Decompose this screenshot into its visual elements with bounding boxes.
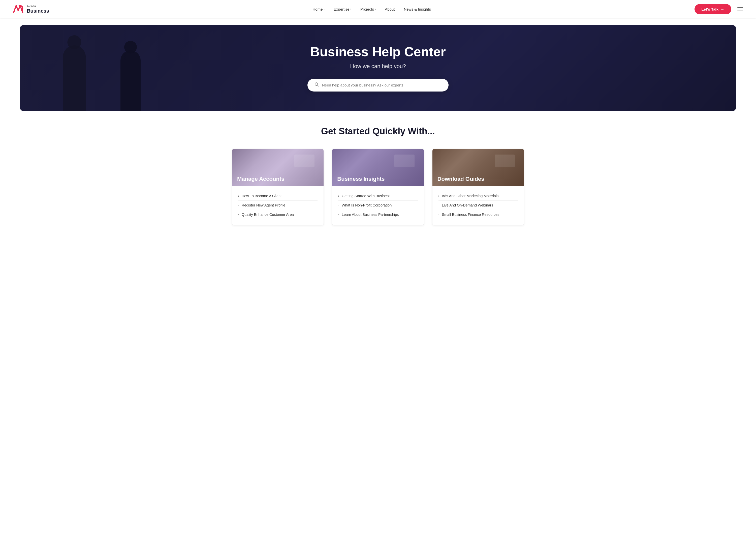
hero-content: Business Help Center How we can help you… xyxy=(297,29,459,107)
card-title-insights: Business Insights xyxy=(332,172,390,186)
hamburger-line-2 xyxy=(737,9,743,9)
chevron-right-icon: › xyxy=(338,213,339,216)
nav-news-insights[interactable]: News & Insights xyxy=(404,7,431,11)
card-manage-accounts: Manage Accounts › How To Become A Client… xyxy=(232,149,324,225)
card-links-manage: › How To Become A Client › Register New … xyxy=(232,186,324,225)
chevron-right-icon: › xyxy=(438,204,439,207)
svg-line-1 xyxy=(318,85,319,86)
card-business-insights: Business Insights › Getting Started With… xyxy=(332,149,424,225)
nav-right: Let's Talk → xyxy=(694,4,744,14)
logo-icon xyxy=(12,3,24,15)
card-link-register-agent[interactable]: › Register New Agent Profile xyxy=(238,201,318,210)
search-input[interactable] xyxy=(322,83,441,87)
chevron-down-icon: › xyxy=(324,8,324,11)
hamburger-line-1 xyxy=(737,7,743,8)
lets-talk-button[interactable]: Let's Talk → xyxy=(694,4,731,14)
menu-button[interactable] xyxy=(736,6,744,12)
hero-title: Business Help Center xyxy=(307,45,449,59)
card-link-partnerships[interactable]: › Learn About Business Partnerships xyxy=(338,210,418,219)
card-title-guides: Download Guides xyxy=(432,172,489,186)
card-links-guides: › Ads And Other Marketing Materials › Li… xyxy=(432,186,524,225)
logo-business-label: Business xyxy=(27,8,49,14)
chevron-down-icon: › xyxy=(350,8,351,11)
card-link-webinars[interactable]: › Live And On-Demand Webinars xyxy=(438,201,518,210)
hamburger-line-3 xyxy=(737,11,743,11)
card-image-guides: Download Guides xyxy=(432,149,524,186)
chevron-right-icon: › xyxy=(438,213,439,216)
chevron-right-icon: › xyxy=(238,194,239,197)
chevron-right-icon: › xyxy=(238,204,239,207)
card-link-become-client[interactable]: › How To Become A Client xyxy=(238,191,318,201)
chevron-down-icon: › xyxy=(375,8,376,11)
card-link-non-profit[interactable]: › What Is Non-Profit Corporation xyxy=(338,201,418,210)
card-image-manage: Manage Accounts xyxy=(232,149,324,186)
card-image-insights: Business Insights xyxy=(332,149,424,186)
card-deco-manage xyxy=(294,155,315,167)
card-link-ads-marketing[interactable]: › Ads And Other Marketing Materials xyxy=(438,191,518,201)
card-link-small-business-finance[interactable]: › Small Business Finance Resources xyxy=(438,210,518,219)
cards-grid: Manage Accounts › How To Become A Client… xyxy=(232,149,524,225)
arrow-icon: → xyxy=(721,7,724,11)
chevron-right-icon: › xyxy=(438,194,439,197)
chevron-right-icon: › xyxy=(338,204,339,207)
card-deco-insights xyxy=(394,155,415,167)
nav-home[interactable]: Home › xyxy=(313,7,324,11)
nav-projects[interactable]: Projects › xyxy=(360,7,376,11)
chevron-right-icon: › xyxy=(238,213,239,216)
search-icon xyxy=(315,82,319,88)
card-deco-guides xyxy=(495,155,515,167)
chevron-right-icon: › xyxy=(338,194,339,197)
nav-expertise[interactable]: Expertise › xyxy=(334,7,351,11)
card-title-manage: Manage Accounts xyxy=(232,172,289,186)
navbar: Avada Business Home › Expertise › Projec… xyxy=(0,0,756,18)
card-download-guides: Download Guides › Ads And Other Marketin… xyxy=(432,149,524,225)
card-link-quality-enhance[interactable]: › Quality Enhance Customer Area xyxy=(238,210,318,219)
hero-search-bar xyxy=(307,79,449,91)
silhouette-person-1 xyxy=(63,45,86,111)
logo[interactable]: Avada Business xyxy=(12,3,49,15)
logo-text: Avada Business xyxy=(27,5,49,14)
logo-avada-label: Avada xyxy=(27,5,49,8)
main-content: Get Started Quickly With... Manage Accou… xyxy=(0,111,756,241)
hero-subtitle: How we can help you? xyxy=(307,63,449,70)
card-links-insights: › Getting Started With Business › What I… xyxy=(332,186,424,225)
card-link-getting-started[interactable]: › Getting Started With Business xyxy=(338,191,418,201)
section-title: Get Started Quickly With... xyxy=(12,126,744,136)
hero-section: Business Help Center How we can help you… xyxy=(20,25,736,111)
nav-links: Home › Expertise › Projects › About News… xyxy=(313,7,431,11)
nav-about[interactable]: About xyxy=(385,7,395,11)
silhouette-person-2 xyxy=(121,50,141,111)
